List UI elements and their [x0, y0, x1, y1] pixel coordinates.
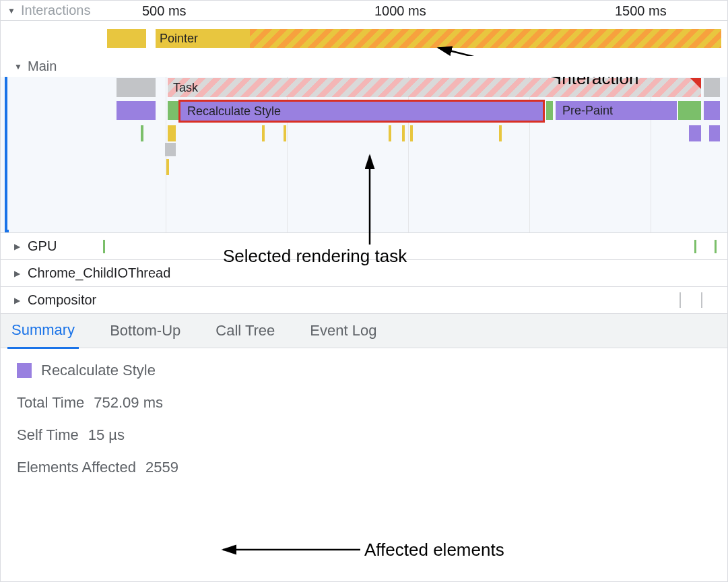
green-block[interactable]	[546, 101, 553, 120]
self-time-value: 15 µs	[88, 426, 125, 444]
details-tabs: Summary Bottom-Up Call Tree Event Log	[1, 313, 727, 348]
main-track-header[interactable]: ▼ Main	[1, 56, 727, 77]
total-time-label: Total Time	[17, 394, 84, 412]
gpu-track-header[interactable]: ▶ GPU	[1, 232, 727, 259]
expand-icon: ▶	[14, 296, 24, 305]
recalculate-style-bar[interactable]: Recalculate Style	[178, 100, 545, 123]
tab-bottom-up[interactable]: Bottom-Up	[106, 314, 185, 348]
expand-icon: ▶	[14, 269, 24, 278]
interaction-block[interactable]	[107, 29, 146, 48]
summary-details-pane: Recalculate Style Total Time 752.09 ms S…	[1, 348, 727, 505]
green-block[interactable]	[678, 101, 701, 120]
task-block[interactable]	[704, 78, 720, 97]
purple-block[interactable]	[704, 101, 720, 120]
annotation-affected-elements: Affected elements	[364, 540, 504, 560]
task-block[interactable]	[117, 78, 156, 97]
arrow-icon	[219, 540, 364, 560]
elements-affected-label: Elements Affected	[17, 459, 136, 476]
interactions-track[interactable]: Pointer	[1, 21, 727, 56]
color-swatch-icon	[17, 363, 32, 378]
collapse-icon: ▼	[7, 6, 17, 15]
pointer-interaction[interactable]: Pointer	[156, 29, 250, 48]
timeline-ruler[interactable]: ▼ Interactions 500 ms 1000 ms 1500 ms	[1, 1, 727, 21]
compositor-label: Compositor	[28, 292, 96, 308]
elements-affected-value: 2559	[145, 459, 178, 476]
interactions-label: Interactions	[21, 3, 90, 18]
green-block[interactable]	[168, 101, 178, 120]
ruler-tick-1000: 1000 ms	[374, 3, 426, 19]
long-task-bar[interactable]: Task	[168, 78, 701, 97]
gpu-label: GPU	[28, 238, 57, 254]
compositor-track-header[interactable]: ▶ Compositor	[1, 286, 727, 313]
interactions-track-header[interactable]: ▼ Interactions	[7, 3, 90, 18]
tab-call-tree[interactable]: Call Tree	[211, 314, 279, 348]
style-block[interactable]	[117, 101, 156, 120]
pre-paint-bar[interactable]: Pre-Paint	[556, 101, 677, 120]
ruler-tick-1500: 1500 ms	[615, 3, 667, 19]
main-thread-track[interactable]: ▼ Main Task Recalculate Style Pre-Paint	[1, 56, 727, 232]
main-label: Main	[28, 59, 57, 74]
childio-track-header[interactable]: ▶ Chrome_ChildIOThread	[1, 259, 727, 286]
ruler-tick-500: 500 ms	[142, 3, 187, 19]
expand-icon: ▶	[14, 242, 24, 251]
recalc-label: Recalculate Style	[187, 104, 281, 119]
tab-event-log[interactable]: Event Log	[306, 314, 380, 348]
block[interactable]	[165, 143, 176, 156]
total-time-value: 752.09 ms	[94, 394, 163, 412]
collapse-icon: ▼	[14, 62, 24, 71]
self-time-label: Self Time	[17, 426, 79, 444]
prepaint-label: Pre-Paint	[562, 104, 613, 118]
long-interaction-bar[interactable]	[250, 29, 721, 48]
pointer-label: Pointer	[160, 32, 198, 46]
childio-label: Chrome_ChildIOThread	[28, 265, 170, 281]
task-label: Task	[173, 81, 198, 95]
tab-summary[interactable]: Summary	[7, 313, 79, 349]
detail-title: Recalculate Style	[41, 362, 156, 379]
